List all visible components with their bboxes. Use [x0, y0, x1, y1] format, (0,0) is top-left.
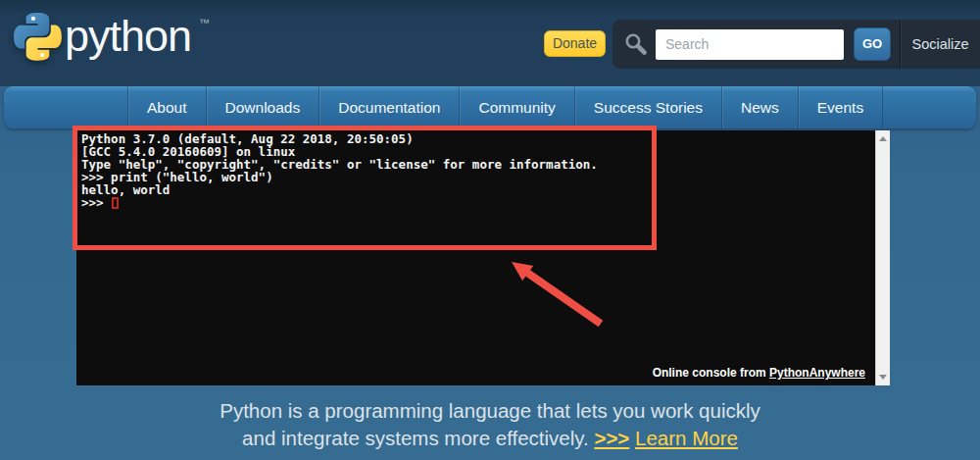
console-prompt-line: >>>	[81, 197, 875, 210]
donate-button[interactable]: Donate	[544, 30, 606, 57]
trademark-symbol: ™	[199, 17, 210, 28]
chevrons-icon[interactable]: >>>	[594, 427, 629, 449]
pythonanywhere-link[interactable]: PythonAnywhere	[769, 366, 865, 380]
python-org-homepage: python ™ Donate GO Socialize About Downl…	[0, 0, 980, 460]
search-input[interactable]	[656, 29, 844, 60]
console-screen[interactable]: Python 3.7.0 (default, Aug 22 2018, 20:5…	[76, 130, 875, 385]
nav-item-success-stories[interactable]: Success Stories	[574, 86, 721, 128]
tagline-line2: and integrate systems more effectively. …	[0, 425, 980, 452]
python-wordmark[interactable]: python	[65, 9, 191, 64]
site-tagline: Python is a programming language that le…	[0, 397, 980, 452]
console-scrollbar[interactable]	[875, 130, 890, 385]
console-prompt: >>>	[81, 197, 111, 210]
search-bar: GO Socialize	[612, 20, 980, 69]
search-icon	[623, 31, 649, 57]
learn-more-link[interactable]: Learn More	[635, 427, 738, 449]
nav-item-events[interactable]: Events	[798, 86, 883, 128]
main-navigation: About Downloads Documentation Community …	[4, 86, 976, 128]
scroll-down-icon[interactable]	[879, 375, 887, 380]
nav-item-community[interactable]: Community	[459, 86, 573, 128]
nav-item-downloads[interactable]: Downloads	[206, 86, 319, 128]
search-go-button[interactable]: GO	[854, 27, 891, 61]
console-credit: Online console from PythonAnywhere	[653, 366, 865, 380]
python-logo-icon[interactable]	[14, 13, 62, 61]
nav-item-news[interactable]: News	[721, 86, 798, 128]
console-line: hello, world	[81, 184, 875, 197]
site-header: python ™ Donate GO Socialize	[0, 0, 980, 86]
tagline-line2-text: and integrate systems more effectively.	[242, 427, 594, 449]
nav-item-about[interactable]: About	[127, 86, 206, 128]
console-line: >>> print ("hello, world")	[81, 172, 875, 184]
scroll-up-icon[interactable]	[879, 136, 887, 141]
interactive-console: Python 3.7.0 (default, Aug 22 2018, 20:5…	[76, 130, 890, 385]
credit-text: Online console from	[653, 366, 769, 380]
socialize-menu[interactable]: Socialize	[901, 36, 980, 52]
console-cursor	[112, 197, 119, 209]
tagline-line1: Python is a programming language that le…	[0, 397, 980, 425]
nav-item-documentation[interactable]: Documentation	[318, 86, 459, 128]
